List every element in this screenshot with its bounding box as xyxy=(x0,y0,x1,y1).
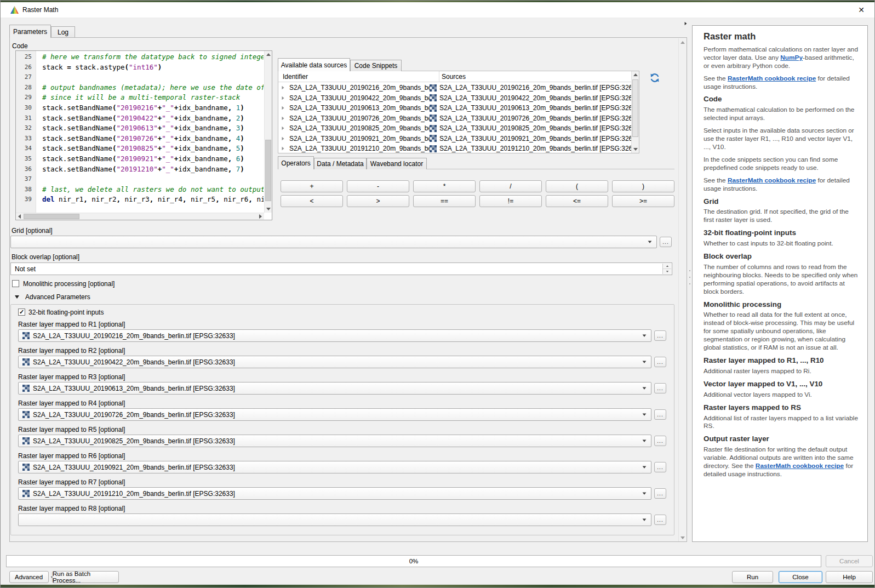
scroll-up-icon[interactable] xyxy=(632,71,639,78)
close-icon[interactable]: ✕ xyxy=(853,4,870,16)
scroll-up-icon[interactable] xyxy=(679,38,687,46)
operator-equal-button[interactable]: == xyxy=(413,195,476,207)
column-header-sources[interactable]: Sources xyxy=(442,73,466,81)
tab-code-snippets[interactable]: Code Snippets xyxy=(350,60,402,71)
table-row[interactable]: S2A_L2A_T33UUU_20191210_20m_9bands_berli… xyxy=(278,144,631,153)
scroll-up-icon[interactable] xyxy=(265,51,272,58)
help-paragraph: Additional raster layers mapped to Ri. xyxy=(704,367,860,375)
run-as-batch-button[interactable]: Run as Batch Process... xyxy=(52,571,119,583)
advanced-button[interactable]: Advanced xyxy=(9,571,49,583)
scroll-down-icon[interactable] xyxy=(679,534,687,541)
scroll-down-icon[interactable] xyxy=(265,205,272,213)
cancel-button[interactable]: Cancel xyxy=(826,555,873,567)
expand-arrow-icon[interactable] xyxy=(282,96,289,100)
tab-operators[interactable]: Operators xyxy=(278,156,314,169)
operator-plus-button[interactable]: + xyxy=(281,180,343,192)
help-link[interactable]: RasterMath cookbook recipe xyxy=(728,176,816,184)
expand-arrow-icon[interactable] xyxy=(282,116,289,121)
help-paragraph: Whether to cast inputs to 32-bit floatin… xyxy=(704,239,860,248)
splitter-handle[interactable] xyxy=(689,270,691,284)
raster-r4-combo[interactable]: S2A_L2A_T33UUU_20190726_20m_9bands_berli… xyxy=(18,408,651,421)
tab-parameters[interactable]: Parameters xyxy=(9,25,51,38)
grid-combo[interactable] xyxy=(10,236,657,248)
raster-r1-combo[interactable]: S2A_L2A_T33UUU_20190216_20m_9bands_berli… xyxy=(18,329,651,342)
table-row[interactable]: S2A_L2A_T33UUU_20190825_20m_9bands_berli… xyxy=(278,123,631,134)
table-row[interactable]: S2A_L2A_T33UUU_20190216_20m_9bands_berli… xyxy=(278,83,631,93)
raster-r7-browse-button[interactable]: ... xyxy=(654,488,666,499)
help-button[interactable]: Help xyxy=(826,571,873,583)
raster-r3-combo[interactable]: S2A_L2A_T33UUU_20190613_20m_9bands_berli… xyxy=(18,382,651,395)
column-header-identifier[interactable]: Identifier xyxy=(283,73,308,81)
operator-multiply-button[interactable]: * xyxy=(413,180,476,192)
monolithic-checkbox[interactable] xyxy=(12,280,19,287)
refresh-icon[interactable] xyxy=(649,72,661,84)
collapse-arrow-icon[interactable] xyxy=(15,295,19,299)
tab-available-data-sources[interactable]: Available data sources xyxy=(278,58,350,71)
code-vscrollbar[interactable] xyxy=(264,51,272,213)
scroll-right-icon[interactable] xyxy=(257,213,264,220)
spinner-up-icon[interactable] xyxy=(663,264,671,269)
splitter-arrow-icon[interactable] xyxy=(684,21,687,26)
spinner-down-icon[interactable] xyxy=(663,269,671,274)
raster-r4-browse-button[interactable]: ... xyxy=(654,409,666,420)
expand-arrow-icon[interactable] xyxy=(282,85,289,90)
code-lines[interactable]: 25# here we transform the datatype back … xyxy=(16,52,264,213)
table-header: Identifier Sources xyxy=(278,71,631,82)
raster-r5-combo[interactable]: S2A_L2A_T33UUU_20190825_20m_9bands_berli… xyxy=(18,435,651,447)
table-row[interactable]: S2A_L2A_T33UUU_20190726_20m_9bands_berli… xyxy=(278,113,631,124)
operator-greater-button[interactable]: > xyxy=(347,195,409,207)
block-overlap-spinbox[interactable]: Not set xyxy=(10,262,672,275)
operator-open-paren-button[interactable]: ( xyxy=(546,180,608,192)
table-row[interactable]: S2A_L2A_T33UUU_20190422_20m_9bands_berli… xyxy=(278,93,631,104)
expand-arrow-icon[interactable] xyxy=(282,136,289,141)
expand-arrow-icon[interactable] xyxy=(282,146,289,151)
raster-r2-combo[interactable]: S2A_L2A_T33UUU_20190422_20m_9bands_berli… xyxy=(18,356,651,368)
raster-r7-combo[interactable]: S2A_L2A_T33UUU_20191210_20m_9bands_berli… xyxy=(18,487,651,500)
operator-close-paren-button[interactable]: ) xyxy=(612,180,674,192)
table-row[interactable]: S2A_L2A_T33UUU_20190613_20m_9bands_berli… xyxy=(278,103,631,113)
operator-divide-button[interactable]: / xyxy=(479,180,542,192)
code-line-text: stack.setBandName("20190613"+"_"+idx_ban… xyxy=(36,123,244,134)
scrollbar-thumb[interactable] xyxy=(265,140,271,201)
raster-r5-browse-button[interactable]: ... xyxy=(654,436,666,446)
raster-r6-combo[interactable]: S2A_L2A_T33UUU_20190921_20m_9bands_berli… xyxy=(18,461,651,473)
scroll-down-icon[interactable] xyxy=(632,146,639,153)
expand-arrow-icon[interactable] xyxy=(282,106,289,110)
raster-r2-browse-button[interactable]: ... xyxy=(654,357,666,367)
operator-lessequal-button[interactable]: <= xyxy=(546,195,608,207)
operator-greaterequal-button[interactable]: >= xyxy=(612,195,674,207)
grid-browse-button[interactable]: ... xyxy=(660,237,672,247)
raster-r3-browse-button[interactable]: ... xyxy=(654,383,666,393)
tab-log[interactable]: Log xyxy=(51,26,75,38)
help-link[interactable]: RasterMath cookbook recipe xyxy=(728,75,816,82)
close-button[interactable]: Close xyxy=(779,571,822,583)
raster-r1-browse-button[interactable]: ... xyxy=(654,330,666,341)
tab-data-metadata[interactable]: Data / Metadata xyxy=(314,158,367,169)
expand-arrow-icon[interactable] xyxy=(282,126,289,130)
scroll-left-icon[interactable] xyxy=(16,213,23,220)
table-vscrollbar[interactable] xyxy=(631,71,639,153)
raster-r6-browse-button[interactable]: ... xyxy=(654,462,666,472)
raster-r8-combo[interactable] xyxy=(18,513,651,526)
run-button[interactable]: Run xyxy=(732,571,773,583)
column-separator[interactable] xyxy=(439,71,439,82)
page-vscrollbar[interactable] xyxy=(678,38,687,541)
tab-waveband-locator[interactable]: Waveband locator xyxy=(367,158,427,169)
spinner-buttons[interactable] xyxy=(662,264,671,274)
scrollbar-thumb[interactable] xyxy=(632,79,638,137)
help-link[interactable]: RasterMath cookbook recipe xyxy=(756,462,844,470)
help-link[interactable]: NumPy xyxy=(780,54,803,61)
raster-r8-browse-button[interactable]: ... xyxy=(654,515,666,525)
code-editor[interactable]: 25# here we transform the datatype back … xyxy=(15,50,272,220)
operator-notequal-button[interactable]: != xyxy=(479,195,542,207)
scrollbar-thumb[interactable] xyxy=(24,214,79,219)
operator-less-button[interactable]: < xyxy=(281,195,343,207)
operator-minus-button[interactable]: - xyxy=(347,180,409,192)
advanced-parameters-expander[interactable]: Advanced Parameters xyxy=(25,293,90,301)
code-line: 37 xyxy=(16,174,264,185)
help-paragraph: Whether to read all data for the full ex… xyxy=(704,311,860,352)
float32-checkbox[interactable]: ✓ xyxy=(18,309,25,316)
table-row[interactable]: S2A_L2A_T33UUU_20190921_20m_9bands_berli… xyxy=(278,134,631,144)
combo-value: S2A_L2A_T33UUU_20190613_20m_9bands_berli… xyxy=(33,385,235,392)
code-hscrollbar[interactable] xyxy=(16,213,264,220)
